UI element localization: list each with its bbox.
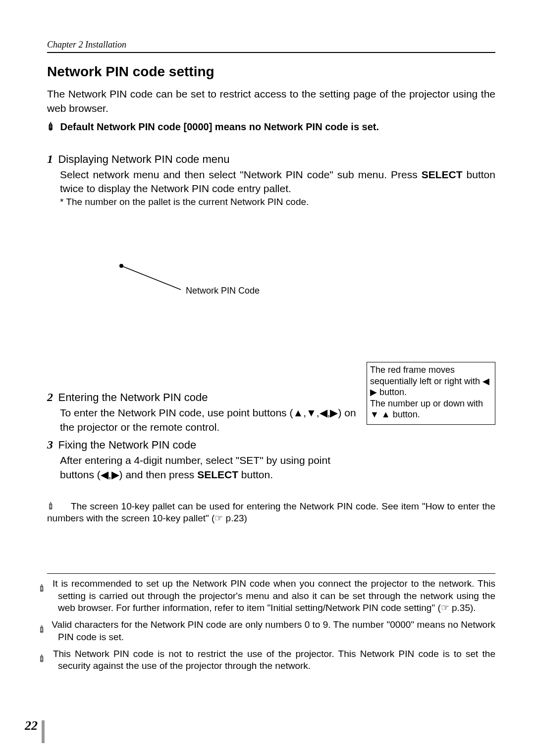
pencil-icon: ✐ xyxy=(43,580,51,588)
footer-notes: ✐ It is recommended to set up the Networ… xyxy=(47,578,495,672)
footer-note-1: ✐ It is recommended to set up the Networ… xyxy=(47,578,495,614)
footer-note-2-text: Valid characters for the Network PIN cod… xyxy=(52,619,495,642)
step-2-number: 2 xyxy=(47,391,53,403)
callout-line-icon xyxy=(82,262,191,302)
pencil-icon: ✐ xyxy=(43,650,51,658)
pencil-icon: ✐ xyxy=(43,621,51,629)
ten-key-note: ✐ The screen 10-key pallet can be used f… xyxy=(47,501,495,524)
step-2-title: Entering the Network PIN code xyxy=(58,391,208,403)
step-2-row: 2 Entering the Network PIN code To enter… xyxy=(47,391,495,485)
callout-diagram: Network PIN Code xyxy=(47,262,495,351)
step-1-title: Displaying Network PIN code menu xyxy=(58,153,229,165)
svg-line-1 xyxy=(121,266,181,290)
default-pin-note: ✐ Default Network PIN code [0000] means … xyxy=(47,121,495,133)
step-3-body-c: button. xyxy=(238,469,273,480)
chapter-heading: Chapter 2 Installation xyxy=(47,40,495,53)
step-3-body-b: ) and then press xyxy=(119,469,198,480)
step-1: 1 Displaying Network PIN code menu Selec… xyxy=(47,152,495,208)
default-pin-text: Default Network PIN code [0000] means no… xyxy=(57,121,379,132)
step-1-number: 1 xyxy=(47,152,53,165)
footer-note-3: ✐ This Network PIN code is not to restri… xyxy=(47,648,495,672)
step-3-select: SELECT xyxy=(197,469,238,480)
footer-note-3-text: This Network PIN code is not to restrict… xyxy=(53,649,495,671)
step-1-body: Select network menu and then select "Net… xyxy=(60,168,495,196)
footer-note-1-text: It is recommended to set up the Network … xyxy=(53,578,495,613)
step-3-number: 3 xyxy=(47,438,53,451)
section-title: Network PIN code setting xyxy=(47,64,495,80)
step-1-body-a: Select network menu and then select "Net… xyxy=(60,169,418,180)
help-box: The red frame moves sequentially left or… xyxy=(367,362,495,425)
step-3-title: Fixing the Network PIN code xyxy=(58,439,196,451)
intro-paragraph: The Network PIN code can be set to restr… xyxy=(47,87,495,116)
help-box-line1: The red frame moves sequentially left or… xyxy=(370,364,492,398)
step-1-select: SELECT xyxy=(422,169,463,180)
step-3-body: After entering a 4-digit number, select … xyxy=(60,454,357,482)
ten-key-text: The screen 10-key pallet can be used for… xyxy=(47,501,495,523)
page-number: 22 xyxy=(25,718,38,733)
step-2-body: To enter the Network PIN code, use point… xyxy=(60,406,357,434)
footer-separator xyxy=(47,573,495,574)
pencil-icon: ✐ xyxy=(44,119,58,134)
step-2-arrows: ▲,▼,◀,▶ xyxy=(293,407,338,418)
step-2: 2 Entering the Network PIN code To enter… xyxy=(47,391,357,434)
page-container: Chapter 2 Installation Network PIN code … xyxy=(0,0,535,756)
pencil-icon: ✐ xyxy=(44,500,58,513)
page-number-bar xyxy=(42,720,45,743)
callout-label: Network PIN Code xyxy=(186,286,260,296)
step-1-note: * The number on the pallet is the curren… xyxy=(60,197,495,207)
help-box-line2: The number up or down with ▼ ▲ button. xyxy=(370,398,492,420)
footer-note-2: ✐ Valid characters for the Network PIN c… xyxy=(47,619,495,643)
step-3: 3 Fixing the Network PIN code After ente… xyxy=(47,438,357,482)
step-2-body-a: To enter the Network PIN code, use point… xyxy=(60,407,293,418)
step-3-arrows: ◀,▶ xyxy=(101,469,119,480)
